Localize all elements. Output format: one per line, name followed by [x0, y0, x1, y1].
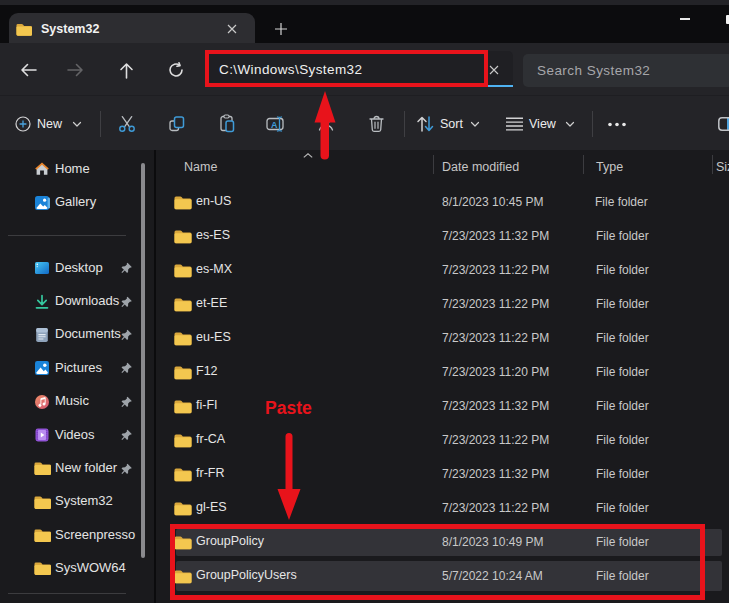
svg-text:A: A	[271, 120, 278, 130]
